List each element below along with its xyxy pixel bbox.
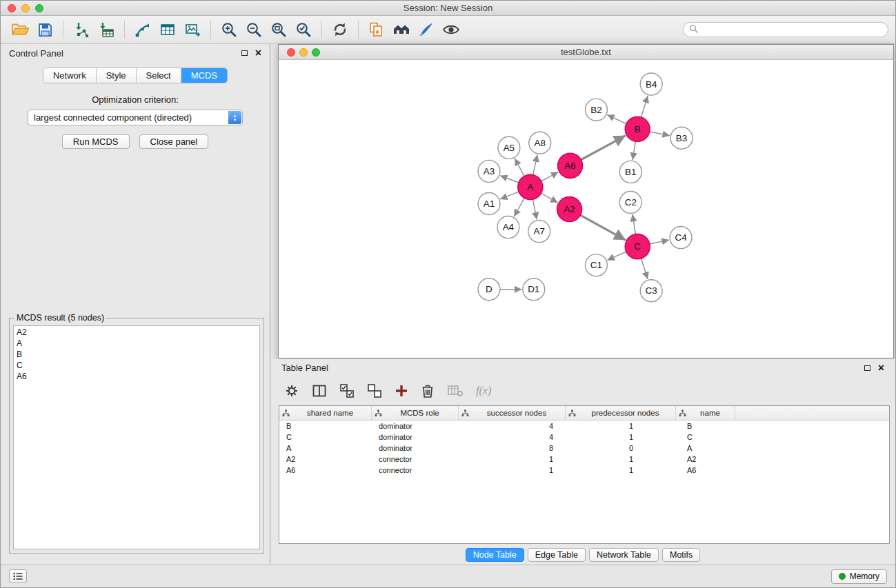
graph-edge[interactable] [533, 154, 537, 174]
criterion-dropdown[interactable]: largest connected component (directed) ▲… [28, 110, 243, 125]
column-layout-button[interactable] [312, 383, 327, 398]
import-network-from-file-button[interactable] [69, 19, 94, 41]
copy-view-button[interactable] [364, 19, 389, 41]
graph-node[interactable]: B3 [670, 127, 693, 149]
graph-node[interactable]: A8 [529, 132, 551, 154]
graph-node[interactable]: A2 [557, 196, 582, 221]
apply-style-button[interactable] [414, 19, 439, 41]
tab-style[interactable]: Style [97, 68, 137, 83]
graph-node[interactable]: C2 [619, 191, 641, 213]
graph-edge[interactable] [515, 159, 524, 176]
unselect-all-rows-button[interactable] [367, 383, 382, 398]
network-minimize-button[interactable] [299, 48, 308, 57]
zoom-window-button[interactable] [35, 4, 43, 12]
table-row[interactable]: Adominator80A [279, 443, 889, 454]
search-field[interactable] [683, 22, 888, 37]
graph-node[interactable]: C1 [586, 254, 608, 276]
mcds-result-item[interactable]: C [14, 360, 259, 371]
graph-edge[interactable] [607, 115, 626, 124]
graph-node[interactable]: A4 [497, 216, 519, 239]
tab-motifs[interactable]: Motifs [662, 548, 700, 562]
run-mcds-button[interactable]: Run MCDS [62, 134, 130, 149]
graph-node[interactable]: B2 [586, 99, 608, 121]
network-canvas[interactable]: B4B2BB3A5A8A6A3B1AC2A1A2A4A7C4CC1C3DD1 [279, 60, 893, 358]
table-row[interactable]: Bdominator41B [279, 420, 889, 432]
refresh-layout-button[interactable] [328, 19, 352, 41]
show-graphics-details-button[interactable] [439, 19, 464, 41]
graph-node[interactable]: D [478, 278, 500, 301]
column-header-predecessor-nodes[interactable]: predecessor nodes [566, 406, 676, 420]
function-builder-button[interactable]: f(x) [476, 385, 491, 397]
delete-table-button[interactable] [447, 384, 464, 398]
graph-edge[interactable] [650, 132, 670, 136]
column-header-name[interactable]: name [676, 406, 735, 420]
graph-node[interactable]: A3 [478, 160, 500, 182]
tab-edge-table[interactable]: Edge Table [528, 548, 586, 562]
network-zoom-button[interactable] [312, 48, 320, 57]
column-header-successor-nodes[interactable]: successor nodes [459, 406, 566, 420]
select-all-rows-button[interactable] [339, 383, 355, 398]
graph-node[interactable]: B [625, 116, 650, 141]
zoom-in-button[interactable] [217, 19, 241, 41]
graph-edge[interactable] [641, 258, 648, 279]
mcds-result-item[interactable]: A2 [14, 327, 259, 338]
graph-edge[interactable] [541, 172, 559, 181]
mcds-result-list[interactable]: A2ABCA6 [13, 325, 260, 549]
memory-button[interactable]: Memory [831, 569, 887, 584]
graph-edge[interactable] [541, 193, 557, 203]
graph-node[interactable]: C4 [670, 227, 692, 249]
mcds-result-item[interactable]: A [14, 338, 259, 349]
network-graph[interactable]: B4B2BB3A5A8A6A3B1AC2A1A2A4A7C4CC1C3DD1 [279, 60, 893, 358]
status-menu-button[interactable] [9, 569, 27, 583]
network-close-button[interactable] [287, 48, 295, 57]
zoom-selected-button[interactable] [291, 19, 316, 41]
tab-select[interactable]: Select [137, 68, 181, 83]
graph-edge[interactable] [633, 214, 635, 234]
tab-node-table[interactable]: Node Table [466, 548, 524, 562]
graph-node[interactable]: C3 [640, 280, 662, 302]
graph-edge[interactable] [633, 141, 635, 160]
minimize-window-button[interactable] [21, 4, 30, 12]
zoom-fit-button[interactable] [266, 19, 291, 41]
table-settings-button[interactable] [284, 383, 299, 398]
graph-node[interactable]: A7 [528, 221, 550, 243]
column-header-mcds-role[interactable]: MCDS role [372, 406, 459, 420]
zoom-out-button[interactable] [241, 19, 266, 41]
graph-edge[interactable] [532, 199, 537, 219]
float-table-panel-icon[interactable] [864, 365, 870, 371]
float-panel-icon[interactable] [241, 50, 248, 56]
graph-node[interactable]: A5 [498, 136, 520, 159]
new-network-button[interactable] [130, 19, 155, 41]
table-row[interactable]: Cdominator41C [279, 432, 889, 443]
graph-node[interactable]: D1 [523, 278, 545, 301]
graph-edge[interactable] [650, 240, 669, 244]
save-session-button[interactable] [32, 19, 57, 41]
graph-edge[interactable] [500, 192, 519, 199]
home-view-button[interactable] [389, 19, 414, 41]
graph-node[interactable]: A6 [558, 153, 583, 178]
graph-node[interactable]: A1 [478, 192, 500, 214]
graph-node[interactable]: A [518, 174, 543, 199]
graph-node[interactable]: C [625, 234, 650, 259]
tab-mcds[interactable]: MCDS [181, 68, 227, 83]
graph-edge[interactable] [500, 176, 519, 183]
graph-edge[interactable] [641, 96, 648, 117]
close-window-button[interactable] [8, 4, 16, 12]
graph-edge[interactable] [581, 136, 626, 160]
table-row[interactable]: A6connector11A6 [279, 465, 889, 476]
graph-edge[interactable] [514, 198, 524, 216]
tab-network-table[interactable]: Network Table [589, 548, 659, 562]
search-input[interactable] [701, 24, 882, 35]
open-session-button[interactable] [8, 19, 32, 41]
mcds-result-item[interactable]: A6 [14, 371, 259, 382]
mcds-result-item[interactable]: B [14, 349, 259, 360]
table-row[interactable]: A2connector11A2 [279, 454, 889, 465]
graph-node[interactable]: B1 [619, 161, 641, 183]
graph-edge[interactable] [607, 252, 626, 260]
tab-network[interactable]: Network [43, 68, 97, 83]
export-image-button[interactable] [180, 19, 205, 41]
delete-rows-button[interactable] [421, 383, 435, 398]
column-header-shared-name[interactable]: shared name [279, 406, 372, 420]
graph-node[interactable]: B4 [640, 73, 662, 95]
close-panel-button[interactable]: Close panel [139, 134, 209, 149]
